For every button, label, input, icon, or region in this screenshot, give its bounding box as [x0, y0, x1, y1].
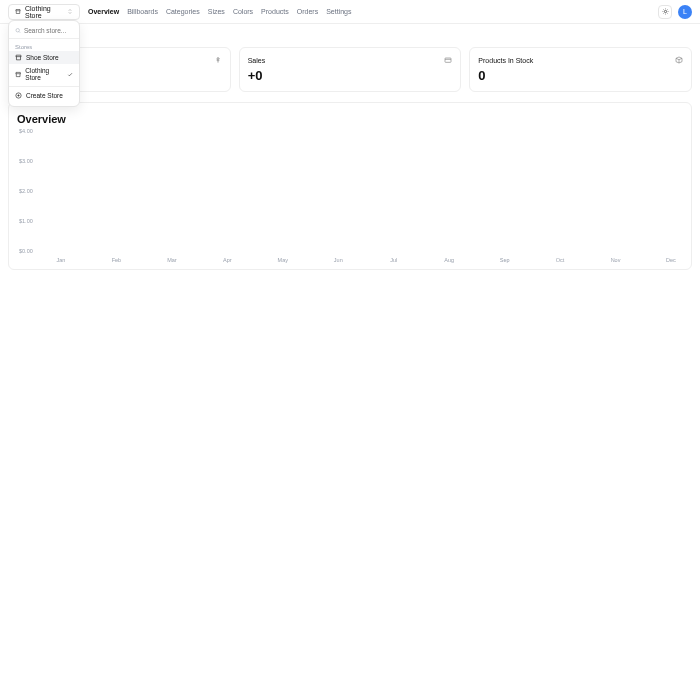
nav-overview[interactable]: Overview	[88, 8, 119, 15]
store-switcher-label: Clothing Store	[25, 5, 63, 19]
x-tick: Dec	[659, 257, 683, 263]
svg-rect-3	[445, 58, 451, 62]
dollar-icon	[214, 56, 222, 64]
plus-circle-icon	[15, 92, 22, 99]
divider	[9, 38, 79, 39]
store-option-label: Shoe Store	[26, 54, 59, 61]
store-switcher[interactable]: Clothing Store	[8, 4, 80, 20]
search-icon	[15, 27, 21, 34]
x-tick: Jul	[382, 257, 406, 263]
stat-cards: Total Revenue$0.00Sales+0Products In Sto…	[8, 47, 692, 92]
store-icon	[15, 8, 21, 15]
nav-orders[interactable]: Orders	[297, 8, 318, 15]
svg-point-1	[16, 29, 19, 32]
stat-card-1: Sales+0	[239, 47, 462, 92]
store-icon	[15, 71, 21, 78]
stores-section-label: Stores	[9, 41, 79, 51]
card-value: 0	[478, 68, 683, 83]
overview-panel: Overview JanFebMarAprMayJunJulAugSepOctN…	[8, 102, 692, 270]
store-option-clothing[interactable]: Clothing Store	[9, 64, 79, 84]
svg-point-0	[664, 10, 666, 12]
stat-card-2: Products In Stock0	[469, 47, 692, 92]
y-tick: $4.00	[19, 128, 33, 134]
y-tick: $2.00	[19, 188, 33, 194]
store-icon	[15, 54, 22, 61]
x-tick: Apr	[215, 257, 239, 263]
sun-icon	[662, 8, 669, 15]
card-icon	[444, 56, 452, 64]
x-tick: Nov	[604, 257, 628, 263]
card-value: +0	[248, 68, 453, 83]
nav-sizes[interactable]: Sizes	[208, 8, 225, 15]
check-icon	[67, 71, 73, 78]
nav-products[interactable]: Products	[261, 8, 289, 15]
card-title: Sales	[248, 57, 266, 64]
store-option-shoe[interactable]: Shoe Store	[9, 51, 79, 64]
store-search-input[interactable]	[24, 27, 73, 34]
main-nav: OverviewBillboardsCategoriesSizesColorsP…	[88, 8, 351, 15]
user-avatar[interactable]: L	[678, 5, 692, 19]
x-tick: Aug	[437, 257, 461, 263]
x-tick: Oct	[548, 257, 572, 263]
avatar-initial: L	[683, 8, 687, 15]
x-axis: JanFebMarAprMayJunJulAugSepOctNovDec	[49, 257, 683, 263]
topbar: Clothing Store OverviewBillboardsCategor…	[0, 0, 700, 24]
nav-categories[interactable]: Categories	[166, 8, 200, 15]
theme-toggle[interactable]	[658, 5, 672, 19]
y-tick: $1.00	[19, 218, 33, 224]
box-icon	[675, 56, 683, 64]
y-tick: $3.00	[19, 158, 33, 164]
y-tick: $0.00	[19, 248, 33, 254]
create-store-label: Create Store	[26, 92, 63, 99]
x-tick: Mar	[160, 257, 184, 263]
nav-colors[interactable]: Colors	[233, 8, 253, 15]
overview-chart: JanFebMarAprMayJunJulAugSepOctNovDec $0.…	[31, 131, 683, 261]
x-tick: May	[271, 257, 295, 263]
store-switcher-popover: Stores Shoe Store Clothing Store Create …	[8, 20, 80, 107]
store-option-label: Clothing Store	[25, 67, 62, 81]
x-tick: Jun	[326, 257, 350, 263]
x-tick: Feb	[104, 257, 128, 263]
nav-billboards[interactable]: Billboards	[127, 8, 158, 15]
divider	[9, 86, 79, 87]
overview-title: Overview	[17, 113, 683, 125]
chevrons-icon	[67, 8, 73, 15]
x-tick: Jan	[49, 257, 73, 263]
store-search-row	[9, 25, 79, 36]
card-title: Products In Stock	[478, 57, 533, 64]
page: Overview of your store Total Revenue$0.0…	[0, 24, 700, 278]
x-tick: Sep	[493, 257, 517, 263]
nav-settings[interactable]: Settings	[326, 8, 351, 15]
create-store-item[interactable]: Create Store	[9, 89, 79, 102]
